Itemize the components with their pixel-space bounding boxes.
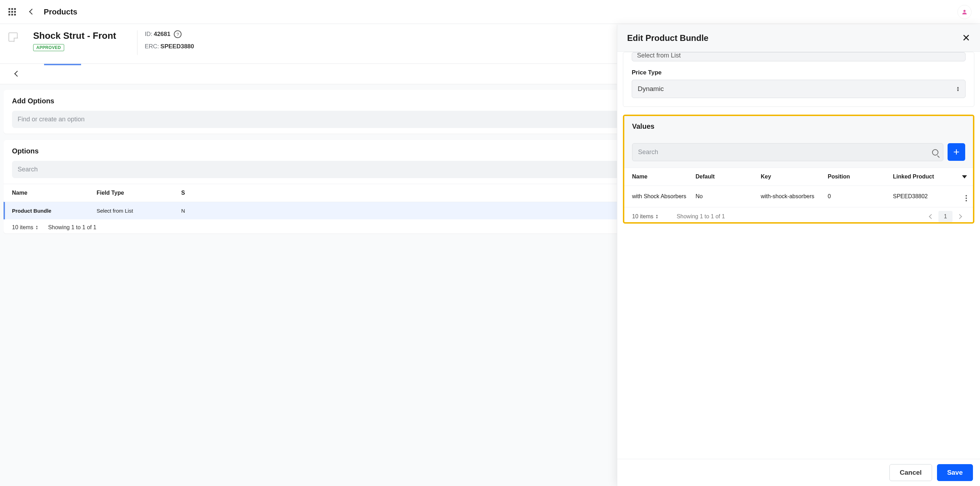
- id-value: 42681: [154, 31, 170, 38]
- page-title: Products: [44, 7, 77, 17]
- cancel-button[interactable]: Cancel: [889, 464, 932, 481]
- product-icon: [8, 32, 18, 41]
- chevron-left-icon: [30, 9, 34, 15]
- row-field-type: Select from List: [97, 208, 181, 214]
- price-type-select[interactable]: Dynamic ▲▼: [632, 80, 966, 98]
- row-default: No: [695, 193, 761, 200]
- edit-bundle-drawer: Edit Product Bundle ✕ Select from List P…: [617, 25, 980, 486]
- secondary-back-button[interactable]: [11, 68, 23, 80]
- values-items-per-page[interactable]: 10 items ▲▼: [632, 214, 658, 220]
- back-button[interactable]: [26, 6, 38, 18]
- chevron-left-icon: [15, 71, 19, 77]
- col-name[interactable]: Name: [632, 174, 695, 180]
- search-icon: [932, 149, 939, 156]
- pager-next[interactable]: [954, 211, 965, 222]
- avatar[interactable]: [958, 5, 972, 19]
- drawer-title: Edit Product Bundle: [627, 33, 709, 43]
- chevron-down-icon: [962, 175, 967, 178]
- status-badge: APPROVED: [33, 44, 64, 51]
- help-icon[interactable]: ?: [174, 30, 181, 38]
- chevron-left-icon: [929, 214, 933, 220]
- col-name[interactable]: Name: [12, 190, 97, 196]
- price-type-label: Price Type: [632, 69, 966, 76]
- pager-prev[interactable]: [926, 211, 937, 222]
- col-default[interactable]: Default: [695, 174, 761, 180]
- id-label: ID:: [145, 31, 152, 38]
- row-linked: SPEED38802: [893, 193, 956, 200]
- select-arrows-icon: ▲▼: [956, 86, 959, 92]
- user-icon: [961, 9, 968, 15]
- col-linked[interactable]: Linked Product: [893, 174, 956, 180]
- values-card: Values + Name Default Key Position Linke…: [623, 115, 974, 224]
- values-table-header: Name Default Key Position Linked Product: [624, 167, 973, 185]
- close-icon[interactable]: ✕: [962, 33, 970, 43]
- row-s: N: [181, 208, 188, 214]
- product-title: Shock Strut - Front: [33, 30, 116, 41]
- items-per-page[interactable]: 10 items ▲▼: [12, 224, 38, 231]
- select-from-list[interactable]: Select from List: [632, 52, 966, 61]
- pager-page[interactable]: 1: [939, 211, 953, 222]
- save-button[interactable]: Save: [937, 464, 973, 481]
- erc-label: ERC:: [145, 43, 159, 50]
- row-key: with-shock-absorbers: [761, 193, 828, 200]
- apps-icon[interactable]: [8, 8, 16, 16]
- values-title: Values: [632, 123, 965, 131]
- active-tab-indicator: [44, 64, 81, 65]
- row-name: with Shock Absorbers: [632, 193, 695, 200]
- erc-value: SPEED3880: [161, 43, 194, 50]
- row-name: Product Bundle: [12, 208, 97, 214]
- col-key[interactable]: Key: [761, 174, 828, 180]
- topbar: Products: [0, 0, 980, 24]
- values-showing-text: Showing 1 to 1 of 1: [676, 214, 725, 220]
- sort-icon: ▲▼: [655, 214, 658, 219]
- row-actions-menu[interactable]: [966, 195, 967, 201]
- col-position[interactable]: Position: [828, 174, 893, 180]
- sort-icon: ▲▼: [35, 225, 38, 230]
- chevron-right-icon: [958, 214, 961, 220]
- col-s[interactable]: S: [181, 190, 188, 196]
- col-field-type[interactable]: Field Type: [97, 190, 181, 196]
- showing-text: Showing 1 to 1 of 1: [48, 224, 96, 231]
- pager: 1: [926, 211, 965, 222]
- svg-point-0: [963, 10, 966, 12]
- values-search-input[interactable]: [632, 143, 943, 161]
- row-position: 0: [828, 193, 893, 200]
- values-table-row[interactable]: with Shock Absorbers No with-shock-absor…: [624, 185, 973, 207]
- sort-toggle[interactable]: [956, 174, 967, 180]
- add-value-button[interactable]: +: [948, 143, 965, 161]
